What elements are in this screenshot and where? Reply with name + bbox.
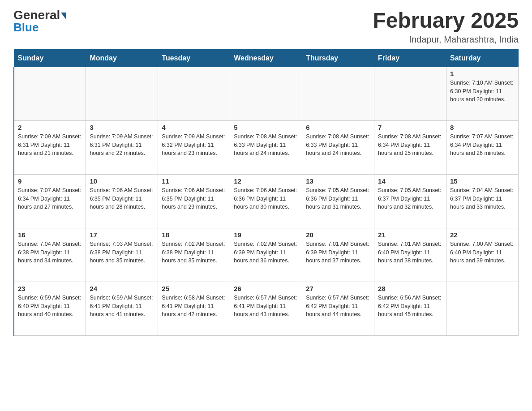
- calendar-cell: 21Sunrise: 7:01 AM Sunset: 6:40 PM Dayli…: [374, 228, 446, 282]
- day-number: 19: [234, 231, 298, 239]
- calendar-cell: 28Sunrise: 6:56 AM Sunset: 6:42 PM Dayli…: [374, 282, 446, 335]
- calendar-cell: 19Sunrise: 7:02 AM Sunset: 6:39 PM Dayli…: [230, 228, 302, 282]
- page-header: General Blue February 2025 Indapur, Maha…: [13, 9, 519, 45]
- day-info: Sunrise: 7:03 AM Sunset: 6:38 PM Dayligh…: [90, 240, 154, 265]
- calendar-cell: 5Sunrise: 7:08 AM Sunset: 6:33 PM Daylig…: [230, 120, 302, 174]
- day-number: 7: [378, 124, 442, 131]
- day-number: 2: [18, 124, 82, 131]
- location: Indapur, Maharashtra, India: [373, 34, 519, 45]
- day-number: 22: [450, 231, 515, 239]
- day-info: Sunrise: 7:02 AM Sunset: 6:38 PM Dayligh…: [162, 240, 226, 265]
- day-info: Sunrise: 7:05 AM Sunset: 6:36 PM Dayligh…: [306, 186, 370, 211]
- calendar-cell: 10Sunrise: 7:06 AM Sunset: 6:35 PM Dayli…: [86, 174, 158, 228]
- day-number: 18: [162, 231, 226, 239]
- calendar-cell: 27Sunrise: 6:57 AM Sunset: 6:42 PM Dayli…: [302, 282, 374, 335]
- calendar-cell: [302, 67, 374, 120]
- logo-blue: Blue: [13, 21, 39, 34]
- day-info: Sunrise: 7:06 AM Sunset: 6:35 PM Dayligh…: [90, 186, 154, 211]
- day-info: Sunrise: 7:05 AM Sunset: 6:37 PM Dayligh…: [378, 186, 442, 211]
- calendar-cell: 8Sunrise: 7:07 AM Sunset: 6:34 PM Daylig…: [446, 120, 519, 174]
- calendar-cell: 26Sunrise: 6:57 AM Sunset: 6:41 PM Dayli…: [230, 282, 302, 335]
- weekday-header-saturday: Saturday: [446, 49, 519, 67]
- day-info: Sunrise: 6:59 AM Sunset: 6:41 PM Dayligh…: [90, 294, 154, 319]
- day-info: Sunrise: 7:00 AM Sunset: 6:40 PM Dayligh…: [450, 240, 515, 265]
- calendar-cell: [86, 67, 158, 120]
- calendar-table: SundayMondayTuesdayWednesdayThursdayFrid…: [13, 49, 519, 336]
- calendar-cell: 1Sunrise: 7:10 AM Sunset: 6:30 PM Daylig…: [446, 67, 519, 120]
- calendar-week-5: 23Sunrise: 6:59 AM Sunset: 6:40 PM Dayli…: [14, 282, 519, 335]
- day-info: Sunrise: 7:02 AM Sunset: 6:39 PM Dayligh…: [234, 240, 298, 265]
- day-info: Sunrise: 6:57 AM Sunset: 6:41 PM Dayligh…: [234, 294, 298, 319]
- calendar-cell: [158, 67, 230, 120]
- weekday-header-sunday: Sunday: [14, 49, 86, 67]
- day-number: 23: [18, 285, 82, 292]
- day-number: 15: [450, 177, 515, 185]
- calendar-cell: [14, 67, 86, 120]
- calendar-cell: 22Sunrise: 7:00 AM Sunset: 6:40 PM Dayli…: [446, 228, 519, 282]
- day-number: 14: [378, 177, 442, 185]
- day-number: 25: [162, 285, 226, 292]
- calendar-cell: [446, 282, 519, 335]
- calendar-cell: 17Sunrise: 7:03 AM Sunset: 6:38 PM Dayli…: [86, 228, 158, 282]
- day-number: 26: [234, 285, 298, 292]
- month-title: February 2025: [373, 9, 519, 33]
- calendar-cell: 18Sunrise: 7:02 AM Sunset: 6:38 PM Dayli…: [158, 228, 230, 282]
- calendar-cell: 25Sunrise: 6:58 AM Sunset: 6:41 PM Dayli…: [158, 282, 230, 335]
- calendar-cell: 2Sunrise: 7:09 AM Sunset: 6:31 PM Daylig…: [14, 120, 86, 174]
- day-info: Sunrise: 7:08 AM Sunset: 6:33 PM Dayligh…: [234, 133, 298, 158]
- weekday-header-monday: Monday: [86, 49, 158, 67]
- day-info: Sunrise: 7:09 AM Sunset: 6:31 PM Dayligh…: [90, 133, 154, 158]
- day-number: 20: [306, 231, 370, 239]
- calendar-cell: 15Sunrise: 7:04 AM Sunset: 6:37 PM Dayli…: [446, 174, 519, 228]
- calendar-cell: 3Sunrise: 7:09 AM Sunset: 6:31 PM Daylig…: [86, 120, 158, 174]
- day-number: 6: [306, 124, 370, 131]
- day-info: Sunrise: 6:59 AM Sunset: 6:40 PM Dayligh…: [18, 294, 82, 319]
- calendar-cell: 13Sunrise: 7:05 AM Sunset: 6:36 PM Dayli…: [302, 174, 374, 228]
- calendar-cell: 16Sunrise: 7:04 AM Sunset: 6:38 PM Dayli…: [14, 228, 86, 282]
- day-info: Sunrise: 6:56 AM Sunset: 6:42 PM Dayligh…: [378, 294, 442, 319]
- day-info: Sunrise: 7:04 AM Sunset: 6:38 PM Dayligh…: [18, 240, 82, 265]
- day-info: Sunrise: 7:01 AM Sunset: 6:39 PM Dayligh…: [306, 240, 370, 265]
- calendar-cell: 23Sunrise: 6:59 AM Sunset: 6:40 PM Dayli…: [14, 282, 86, 335]
- calendar-cell: [230, 67, 302, 120]
- calendar-week-4: 16Sunrise: 7:04 AM Sunset: 6:38 PM Dayli…: [14, 228, 519, 282]
- day-number: 17: [90, 231, 154, 239]
- day-info: Sunrise: 7:01 AM Sunset: 6:40 PM Dayligh…: [378, 240, 442, 265]
- day-info: Sunrise: 7:07 AM Sunset: 6:34 PM Dayligh…: [18, 186, 82, 211]
- day-number: 12: [234, 177, 298, 185]
- calendar-cell: 12Sunrise: 7:06 AM Sunset: 6:36 PM Dayli…: [230, 174, 302, 228]
- day-number: 24: [90, 285, 154, 292]
- day-info: Sunrise: 7:06 AM Sunset: 6:35 PM Dayligh…: [162, 186, 226, 211]
- day-number: 5: [234, 124, 298, 131]
- day-number: 13: [306, 177, 370, 185]
- weekday-header-wednesday: Wednesday: [230, 49, 302, 67]
- calendar-cell: 14Sunrise: 7:05 AM Sunset: 6:37 PM Dayli…: [374, 174, 446, 228]
- day-number: 21: [378, 231, 442, 239]
- logo-text: General: [13, 9, 66, 21]
- calendar-cell: 7Sunrise: 7:08 AM Sunset: 6:34 PM Daylig…: [374, 120, 446, 174]
- weekday-header-tuesday: Tuesday: [158, 49, 230, 67]
- day-info: Sunrise: 7:08 AM Sunset: 6:34 PM Dayligh…: [378, 133, 442, 158]
- calendar-cell: 11Sunrise: 7:06 AM Sunset: 6:35 PM Dayli…: [158, 174, 230, 228]
- calendar-week-1: 1Sunrise: 7:10 AM Sunset: 6:30 PM Daylig…: [14, 67, 519, 120]
- title-block: February 2025 Indapur, Maharashtra, Indi…: [373, 9, 519, 45]
- calendar-body: 1Sunrise: 7:10 AM Sunset: 6:30 PM Daylig…: [14, 67, 519, 335]
- day-number: 16: [18, 231, 82, 239]
- calendar-cell: 4Sunrise: 7:09 AM Sunset: 6:32 PM Daylig…: [158, 120, 230, 174]
- day-info: Sunrise: 7:04 AM Sunset: 6:37 PM Dayligh…: [450, 186, 515, 211]
- weekday-header-thursday: Thursday: [302, 49, 374, 67]
- day-number: 11: [162, 177, 226, 185]
- calendar-cell: 24Sunrise: 6:59 AM Sunset: 6:41 PM Dayli…: [86, 282, 158, 335]
- day-info: Sunrise: 7:07 AM Sunset: 6:34 PM Dayligh…: [450, 133, 515, 158]
- day-number: 4: [162, 124, 226, 131]
- calendar-week-3: 9Sunrise: 7:07 AM Sunset: 6:34 PM Daylig…: [14, 174, 519, 228]
- day-info: Sunrise: 7:10 AM Sunset: 6:30 PM Dayligh…: [450, 79, 515, 104]
- day-number: 10: [90, 177, 154, 185]
- calendar-cell: [374, 67, 446, 120]
- day-number: 3: [90, 124, 154, 131]
- day-info: Sunrise: 6:57 AM Sunset: 6:42 PM Dayligh…: [306, 294, 370, 319]
- weekday-header-row: SundayMondayTuesdayWednesdayThursdayFrid…: [14, 49, 519, 67]
- weekday-header-friday: Friday: [374, 49, 446, 67]
- calendar-cell: 6Sunrise: 7:08 AM Sunset: 6:33 PM Daylig…: [302, 120, 374, 174]
- day-number: 28: [378, 285, 442, 292]
